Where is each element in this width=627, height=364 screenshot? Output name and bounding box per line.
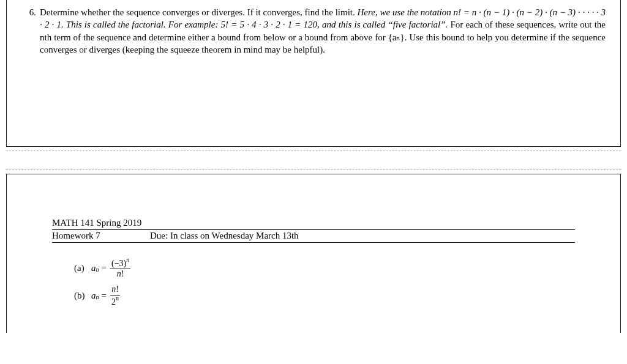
part-b-fraction: n! 2n (110, 285, 120, 306)
part-a: (a) an = (−3)n n! (74, 258, 606, 279)
problem-6: 6. Determine whether the sequence conver… (21, 6, 606, 56)
problem-body: Determine whether the sequence converges… (40, 6, 606, 56)
page-gap (6, 150, 621, 170)
assignment-header: MATH 141 Spring 2019 Homework 7 Due: In … (52, 217, 575, 243)
hw-label: Homework 7 (52, 231, 150, 241)
part-b-equation: an = n! 2n (91, 285, 121, 306)
part-a-label: (a) (74, 263, 91, 273)
course-line: MATH 141 Spring 2019 (52, 217, 575, 230)
part-a-equation: an = (−3)n n! (91, 258, 132, 279)
page-bottom-fragment: MATH 141 Spring 2019 Homework 7 Due: In … (6, 174, 621, 333)
part-b: (b) an = n! 2n (74, 285, 606, 306)
due-label: Due: In class on Wednesday March 13th (150, 231, 299, 241)
hw-due-line: Homework 7 Due: In class on Wednesday Ma… (52, 230, 575, 243)
problem-number: 6. (21, 6, 40, 56)
page-top-fragment: 6. Determine whether the sequence conver… (6, 0, 621, 147)
sub-parts: (a) an = (−3)n n! (b) an = n! 2n (74, 258, 606, 306)
problem-intro: Determine whether the sequence converges… (40, 7, 355, 17)
part-b-label: (b) (74, 291, 91, 301)
part-a-fraction: (−3)n n! (110, 258, 130, 279)
